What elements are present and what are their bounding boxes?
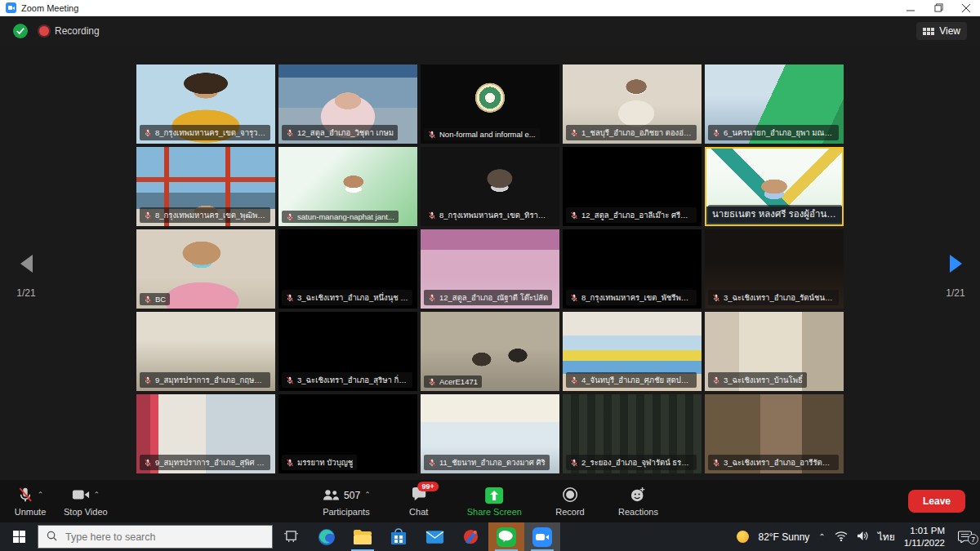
video-tile[interactable]: 1_ชลบุรี_อำเภอ_อภิชยา ตองอ่อน	[563, 64, 702, 144]
gallery-grid-icon	[923, 28, 934, 35]
taskbar-ccleaner-icon[interactable]	[452, 522, 488, 551]
recording-label: Recording	[55, 25, 100, 37]
video-tile[interactable]: 8_กรุงเทพมหานคร_เขต_จารุวรร...	[136, 64, 275, 144]
muted-mic-icon	[712, 459, 720, 467]
taskbar-store-icon[interactable]	[381, 522, 416, 551]
action-center-button[interactable]: 7	[954, 531, 975, 543]
reactions-button[interactable]: Reactions	[613, 485, 663, 518]
video-tile[interactable]: 12_สตูล_อำเภอ_อาลีเม๊าะ ศรียาน	[563, 147, 702, 226]
taskbar-clock[interactable]: 1:01 PM 1/11/2022	[904, 525, 945, 549]
next-page-nav[interactable]: 1/21	[931, 255, 980, 299]
participant-name: Non-formal and informal e...	[439, 130, 536, 139]
previous-page-arrow-icon[interactable]	[20, 255, 33, 273]
taskbar-file-explorer-icon[interactable]	[345, 522, 381, 551]
participant-name-tag: AcerE1471	[424, 375, 482, 388]
participant-name: 6_นครนายก_อำเภอ_ยุพา มณเที...	[724, 127, 835, 139]
video-tile[interactable]: 9_สมุทรปราการ_อำเภอ_กฤษติยา	[136, 312, 275, 391]
participant-name-tag: 6_นครนายก_อำเภอ_ยุพา มณเที...	[708, 125, 839, 140]
video-tile[interactable]: 3_ฉะเชิงเทรา_อำเภอ_หนึ่งนุช สุ...	[278, 229, 417, 309]
video-tile[interactable]: 2_ระยอง_อำเภอ_จุฬารัตน์ ธรรม...	[563, 394, 702, 473]
taskbar-mail-icon[interactable]	[416, 522, 452, 551]
participants-icon	[322, 488, 340, 503]
page-indicator-right: 1/21	[931, 287, 980, 299]
participant-name-tag: 9_สมุทรปราการ_อำเภอ_สุพิศ ป...	[140, 455, 270, 470]
video-tile[interactable]: 3_ฉะเชิงเทรา_อำเภอ_สุริษา กิ่งวง...	[278, 312, 417, 391]
video-tile[interactable]: 8_กรุงเทพมหาคร_เขต_พัชรีพร เ...	[563, 229, 702, 309]
muted-mic-icon	[428, 131, 436, 139]
recording-dot-icon	[39, 26, 49, 36]
participant-name-tag: 3_ฉะเชิงเทรา_อำเภอ_หนึ่งนุช สุ...	[282, 290, 412, 305]
participant-name-tag: 8_กรุงเทพมหานคร_เขต_พุฒิพร...	[140, 207, 270, 223]
taskbar-search[interactable]	[38, 525, 273, 549]
volume-icon[interactable]	[857, 531, 869, 544]
video-tile[interactable]: 12_สตูล_อำเภอ_วิชุตา เกษม	[278, 64, 417, 144]
next-page-arrow-icon[interactable]	[950, 255, 962, 273]
view-button[interactable]: View	[916, 22, 967, 40]
windows-logo-icon	[13, 531, 25, 543]
video-tile[interactable]: มรรยาท บัวบุญชู	[278, 394, 417, 473]
share-screen-button[interactable]: Share Screen	[462, 485, 527, 518]
close-button[interactable]	[952, 0, 980, 16]
record-label: Record	[555, 507, 584, 517]
recording-indicator[interactable]: Recording	[39, 25, 100, 37]
encryption-shield-icon[interactable]	[13, 24, 28, 38]
restore-button[interactable]	[924, 0, 952, 16]
participants-label: Participants	[323, 507, 369, 517]
taskbar-edge-icon[interactable]	[309, 522, 345, 551]
weather-text[interactable]: 82°F Sunny	[758, 531, 809, 543]
video-tile[interactable]: 9_สมุทรปราการ_อำเภอ_สุพิศ ป...	[136, 394, 275, 473]
video-tile[interactable]: 8_กรุงเทพมหานคร_เขต_ทิราภร...	[421, 147, 559, 226]
muted-mic-icon	[17, 487, 33, 504]
video-tile[interactable]: 6_นครนายก_อำเภอ_ยุพา มณเที...	[705, 64, 844, 144]
leave-button[interactable]: Leave	[908, 490, 965, 513]
video-tile[interactable]: Non-formal and informal e...	[421, 64, 559, 144]
video-tile[interactable]: 11_ชัยนาท_อำเภอ_ดวงมาศ ศิริ	[421, 394, 559, 473]
window-titlebar: Zoom Meeting	[0, 0, 980, 16]
video-tile[interactable]: BC	[136, 229, 275, 309]
participant-name-tag: 2_ระยอง_อำเภอ_จุฬารัตน์ ธรรม...	[566, 455, 697, 470]
zoom-logo-icon	[6, 2, 16, 13]
hidden-icons-chevron-icon[interactable]: ⌃	[818, 532, 825, 541]
video-options-caret-icon[interactable]: ⌃	[94, 491, 100, 499]
participant-name: มรรยาท บัวบุญชู	[297, 456, 353, 469]
video-tile[interactable]: 12_สตูล_อำเภอ_ณัฐาตี โต๊ะปลัด	[421, 229, 559, 309]
record-button[interactable]: Record	[548, 485, 592, 518]
participant-name: 3_ฉะเชิงเทรา_อำเภอ_สุริษา กิ่งวง...	[297, 374, 408, 386]
video-tile[interactable]: 3_ฉะเชิงเทรา_บ้านโพธิ์	[705, 312, 844, 391]
participants-button[interactable]: 507 ⌃ Participants	[317, 485, 376, 518]
chat-unread-badge: 99+	[417, 482, 438, 491]
participant-name-tag: 3_ฉะเชิงเทรา_อำเภอ_รัตน์ชนก ...	[708, 290, 839, 305]
participant-name-tag: Non-formal and informal e...	[424, 128, 540, 140]
weather-sun-icon[interactable]	[737, 531, 749, 543]
video-tile[interactable]: satun-manang-naphat jant...	[278, 147, 417, 226]
audio-options-caret-icon[interactable]: ⌃	[38, 491, 44, 499]
minimize-button[interactable]	[897, 0, 924, 16]
video-tile[interactable]: 3_ฉะเชิงเทรา_อำเภอ_อารีรัตน์ แ...	[705, 394, 844, 473]
stop-video-button[interactable]: ⌃ Stop Video	[59, 485, 113, 518]
reactions-smiley-icon	[630, 487, 646, 504]
previous-page-nav[interactable]: 1/21	[2, 255, 51, 299]
participant-name: 2_ระยอง_อำเภอ_จุฬารัตน์ ธรรม...	[581, 456, 693, 469]
taskbar-zoom-icon[interactable]	[524, 522, 560, 551]
participant-name-tag: นายธเนตร หลงศรี รองผู้อำนวยการ ...	[708, 205, 842, 223]
participant-name: BC	[155, 295, 166, 304]
search-input[interactable]	[64, 531, 243, 544]
video-tile[interactable]: 3_ฉะเชิงเทรา_อำเภอ_รัตน์ชนก ...	[705, 229, 844, 309]
participant-name-tag: 3_ฉะเชิงเทรา_อำเภอ_อารีรัตน์ แ...	[708, 455, 839, 470]
video-tile[interactable]: AcerE1471	[421, 312, 559, 391]
video-tile[interactable]: 8_กรุงเทพมหานคร_เขต_พุฒิพร...	[136, 147, 275, 226]
language-indicator[interactable]: ไทย	[878, 529, 895, 544]
participant-name-tag: BC	[140, 293, 170, 305]
chat-button[interactable]: 99+ Chat	[397, 485, 441, 518]
wifi-icon[interactable]	[835, 531, 848, 544]
taskbar-line-icon[interactable]	[488, 522, 524, 551]
participants-caret-icon[interactable]: ⌃	[364, 491, 371, 499]
muted-mic-icon	[570, 129, 578, 137]
unmute-button[interactable]: ⌃ Unmute	[8, 485, 52, 518]
task-view-button[interactable]	[273, 522, 309, 551]
window-title: Zoom Meeting	[21, 3, 78, 13]
video-tile[interactable]: 4_จันทบุรี_อำเภอ_ศุภชัย สุดประ...	[563, 312, 702, 391]
start-button[interactable]	[0, 522, 38, 551]
video-camera-icon	[72, 488, 90, 503]
video-tile[interactable]: นายธเนตร หลงศรี รองผู้อำนวยการ ...	[705, 147, 844, 226]
